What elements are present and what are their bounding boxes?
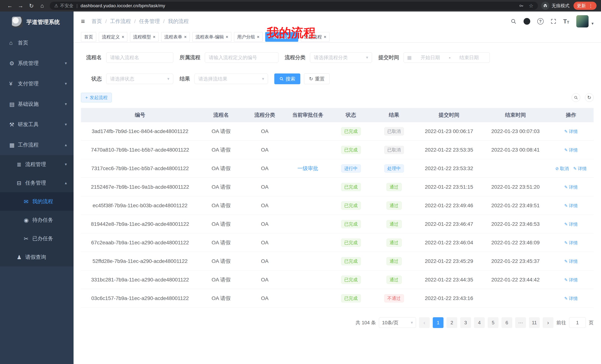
- task-mgmt-icon: ⊟: [17, 180, 25, 186]
- tab-home[interactable]: 首页: [81, 32, 96, 42]
- breadcrumb-item[interactable]: 工作流程: [110, 18, 131, 25]
- sidebar-item-task-mgmt[interactable]: ⊟任务管理▴: [0, 174, 74, 192]
- font-size-icon[interactable]: TT: [563, 18, 569, 24]
- page-button[interactable]: 5: [488, 317, 499, 328]
- update-button[interactable]: 更新 ⋮: [573, 2, 597, 10]
- close-icon[interactable]: ×: [153, 35, 155, 39]
- help-icon[interactable]: ?: [537, 18, 544, 25]
- sidebar-item-leave-query[interactable]: ♟请假查询: [0, 248, 74, 266]
- tab-process-definition[interactable]: 流程定义×: [99, 32, 127, 42]
- bookmark-star-icon[interactable]: ☆: [529, 3, 533, 9]
- page-button[interactable]: 1: [433, 317, 443, 328]
- sidebar-toggle-icon[interactable]: ≡: [81, 18, 85, 25]
- close-icon[interactable]: ×: [324, 35, 326, 39]
- cell-submit-time: 2022-01-23 00:06:17: [415, 128, 482, 134]
- reload-icon[interactable]: ↻: [26, 3, 37, 9]
- action-label: 详情: [569, 259, 578, 264]
- detail-action-button[interactable]: ✎详情: [564, 240, 578, 246]
- result-tag: 通过: [387, 239, 402, 247]
- user-avatar[interactable]: [576, 15, 589, 28]
- more-pages-button[interactable]: ···: [515, 317, 526, 328]
- process-name-input[interactable]: [106, 52, 173, 63]
- detail-action-button[interactable]: ✎详情: [564, 259, 578, 264]
- tab-process-model[interactable]: 流程模型×: [130, 32, 159, 42]
- detail-action-button[interactable]: ✎详情: [573, 166, 587, 172]
- sidebar-item-dev-tools[interactable]: ⚒研发工具▾: [0, 114, 74, 135]
- close-icon[interactable]: ×: [226, 35, 228, 39]
- cancel-action-button[interactable]: ⊘取消: [555, 166, 569, 172]
- sidebar-item-todo-tasks[interactable]: ◉待办任务: [0, 211, 74, 229]
- gear-icon: ⚙: [9, 60, 18, 67]
- sidebar-item-infrastructure[interactable]: ▤基础设施▾: [0, 94, 74, 114]
- sidebar-item-done-tasks[interactable]: ✂已办任务: [0, 229, 74, 248]
- create-process-button[interactable]: + 发起流程: [81, 93, 112, 102]
- leave-icon: ♟: [17, 254, 25, 260]
- parent-process-input[interactable]: [205, 52, 278, 63]
- back-icon[interactable]: ←: [4, 3, 15, 9]
- status-select[interactable]: 请选择状态 ▾: [106, 74, 173, 84]
- tab-process-form[interactable]: 流程表单×: [161, 32, 190, 42]
- detail-action-button[interactable]: ✎详情: [564, 277, 578, 283]
- current-task-link[interactable]: 一级审批: [298, 165, 318, 171]
- page-button[interactable]: 11: [529, 317, 540, 328]
- start-date-placeholder[interactable]: 开始日期: [413, 54, 447, 61]
- passwords-key-icon[interactable]: [519, 3, 524, 8]
- browser-home-icon[interactable]: ⌂: [37, 3, 48, 9]
- sidebar-item-payment-mgmt[interactable]: ¥支付管理▾: [0, 74, 74, 94]
- breadcrumb-item[interactable]: 任务管理: [139, 18, 160, 25]
- chevron-up-icon: ▴: [65, 143, 67, 147]
- security-label[interactable]: 不安全: [60, 3, 74, 9]
- breadcrumb-item[interactable]: 首页: [91, 18, 102, 25]
- sidebar-item-workflow[interactable]: ▦工作流程▴: [0, 135, 74, 155]
- detail-action-button[interactable]: ✎详情: [564, 147, 578, 153]
- breadcrumb-item[interactable]: 我的流程: [168, 18, 189, 25]
- close-icon[interactable]: ×: [184, 35, 187, 39]
- refresh-table-button[interactable]: ↻: [585, 93, 594, 102]
- search-icon[interactable]: [511, 18, 517, 24]
- tab-process-form-edit[interactable]: 流程表单-编辑×: [192, 32, 231, 42]
- cell-result: 通过: [372, 257, 415, 265]
- sidebar-item-home[interactable]: ⌂首页: [0, 33, 74, 53]
- sidebar-item-system-mgmt[interactable]: ⚙系统管理▾: [0, 53, 74, 74]
- result-select[interactable]: 请选择流结果 ▾: [194, 74, 268, 84]
- page-button[interactable]: 2: [446, 317, 457, 328]
- category-select[interactable]: 请选择流程分类 ▾: [310, 52, 372, 63]
- submit-time-range-picker[interactable]: ▦ 开始日期 - 结束日期: [404, 52, 490, 63]
- detail-action-button[interactable]: ✎详情: [564, 296, 578, 301]
- page-button[interactable]: 4: [474, 317, 485, 328]
- page-button[interactable]: 6: [501, 317, 512, 328]
- address-bar[interactable]: ⚠ 不安全 | dashboard.yudao.iocoder.cn/bpm/t…: [50, 2, 538, 10]
- search-button[interactable]: 搜索: [274, 74, 300, 84]
- page-button[interactable]: 3: [460, 317, 471, 328]
- tab-my-process[interactable]: 我的流程×: [265, 32, 298, 42]
- sidebar-item-process-mgmt[interactable]: ≣流程管理▾: [0, 155, 74, 174]
- sidebar-item-my-process[interactable]: ✉我的流程: [0, 192, 74, 211]
- page-size-select[interactable]: 10条/页 ▾: [379, 317, 416, 328]
- prev-page-button[interactable]: ‹: [419, 317, 430, 328]
- reset-button[interactable]: ↻ 重置: [304, 74, 330, 84]
- forward-icon[interactable]: →: [15, 3, 26, 9]
- detail-action-button[interactable]: ✎详情: [564, 129, 578, 134]
- detail-action-button[interactable]: ✎详情: [564, 203, 578, 209]
- close-icon[interactable]: ×: [122, 35, 124, 39]
- jump-page-input[interactable]: [569, 317, 586, 328]
- detail-action-button[interactable]: ✎详情: [564, 221, 578, 227]
- close-icon[interactable]: ×: [292, 35, 295, 39]
- tab-start-process[interactable]: 发起流程×: [301, 32, 330, 42]
- cell-actions: ✎详情: [549, 258, 594, 264]
- end-date-placeholder[interactable]: 结束日期: [452, 54, 486, 61]
- toggle-search-button[interactable]: [572, 93, 580, 102]
- kebab-menu-icon[interactable]: ⋮: [588, 3, 593, 9]
- url-text[interactable]: dashboard.yudao.iocoder.cn/bpm/task/my: [80, 3, 165, 8]
- fullscreen-icon[interactable]: [551, 19, 556, 24]
- cell-category: OA: [243, 295, 286, 301]
- next-page-button[interactable]: ›: [543, 317, 553, 328]
- detail-action-button[interactable]: ✎详情: [564, 184, 578, 190]
- tab-user-group[interactable]: 用户分组×: [234, 32, 263, 42]
- result-placeholder: 请选择流结果: [198, 76, 227, 82]
- close-icon[interactable]: ×: [257, 35, 260, 39]
- github-icon[interactable]: [523, 18, 530, 25]
- action-label: 详情: [578, 166, 587, 172]
- user-menu-caret-icon[interactable]: ▾: [591, 21, 594, 26]
- cell-end-time: 2022-01-22 23:46:09: [482, 240, 549, 246]
